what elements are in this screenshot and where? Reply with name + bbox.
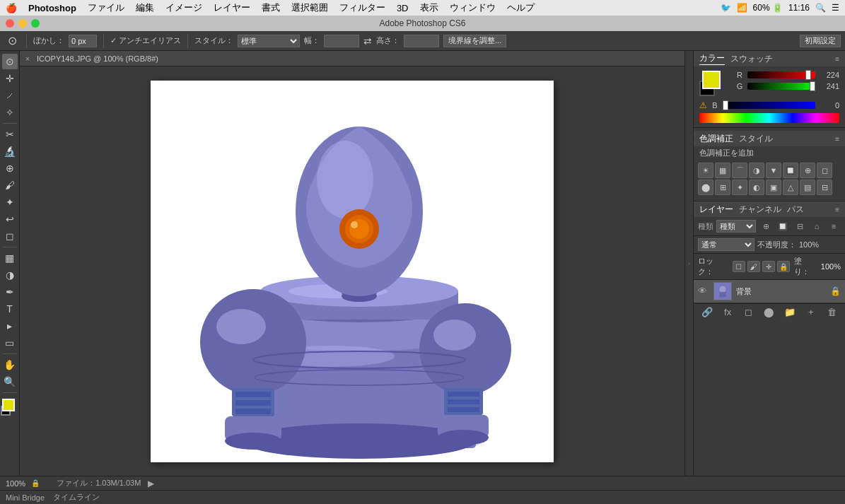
threshold-adj[interactable]: △ [783,180,798,195]
healing-brush-tool[interactable]: ⊕ [2,160,18,176]
style-tab[interactable]: スタイル [739,133,773,145]
layer-row-background[interactable]: 👁 背景 🔒 [694,280,845,303]
type-tool[interactable]: T [2,301,18,317]
search-icon[interactable]: 🔍 [815,3,826,13]
height-input[interactable] [404,35,439,47]
file-info-arrow[interactable]: ▶ [148,479,154,488]
add-style-btn[interactable]: fx [721,306,735,319]
r-thumb[interactable] [805,70,811,80]
vibrance-adj[interactable]: ▼ [766,163,781,178]
levels-adj[interactable]: ▦ [715,163,730,178]
minimize-button[interactable] [18,19,27,28]
layers-tab[interactable]: レイヤー [699,204,733,216]
reset-btn[interactable]: 初期設定 [800,35,841,47]
panel-collapse-left[interactable]: › [684,51,693,476]
maximize-button[interactable] [31,19,40,28]
g-thumb[interactable] [810,81,815,91]
b-thumb[interactable] [723,100,728,110]
brightness-adj[interactable]: ☀ [698,163,713,178]
history-brush-tool[interactable]: ↩ [2,211,18,227]
lock-pixels-btn[interactable]: 🖌 [747,261,760,272]
new-adjustment-btn[interactable]: ⬤ [762,306,776,319]
layer-filter-btn3[interactable]: ⊟ [793,220,807,233]
menu-3d[interactable]: 3D [397,3,409,13]
burn-tool[interactable]: ◑ [2,267,18,283]
clone-stamp-tool[interactable]: ✦ [2,194,18,210]
gradientmap-adj[interactable]: ▤ [800,180,815,195]
layer-filter-btn1[interactable]: ⊕ [759,220,773,233]
brush-tool[interactable]: 🖌 [2,177,18,193]
blend-mode-select[interactable]: 通常 乗算 スクリーン [698,238,754,251]
new-group-btn[interactable]: 📁 [783,306,797,319]
border-adjust-btn[interactable]: 境界線を調整... [443,35,506,47]
photofilter-adj[interactable]: ⬤ [698,180,713,195]
menu-select[interactable]: 選択範囲 [291,1,328,14]
hue-adj[interactable]: 🔲 [783,163,798,178]
menu-file[interactable]: ファイル [88,1,124,14]
foreground-swatch[interactable] [702,71,721,89]
menu-help[interactable]: ヘルプ [507,1,535,14]
hand-tool[interactable]: ✋ [2,357,18,373]
zoom-tool[interactable]: 🔍 [2,374,18,389]
timeline-tab[interactable]: タイムライン [53,492,100,503]
elliptical-marquee-tool[interactable]: ⊙ [2,54,18,69]
gradient-tool[interactable]: ▦ [2,250,18,266]
layers-panel-menu[interactable]: ≡ [835,206,839,213]
color-spectrum[interactable] [699,113,839,123]
color-selector[interactable] [0,399,20,420]
magic-wand-tool[interactable]: ✧ [2,105,18,120]
channelmixer-adj[interactable]: ⊞ [715,180,730,195]
menu-edit[interactable]: 編集 [136,1,154,14]
layer-filter-btn2[interactable]: 🔲 [776,220,790,233]
apple-menu[interactable]: 🍎 [6,3,17,13]
style-select[interactable]: 標準 比率を固定 サイズを固定 [238,35,300,47]
layer-visibility-icon[interactable]: 👁 [698,286,709,297]
lock-all-btn[interactable]: 🔒 [777,261,790,272]
curves-adj[interactable]: ⌒ [732,163,747,178]
lasso-tool[interactable]: ⟋ [2,88,18,103]
paths-tab[interactable]: パス [787,204,804,216]
menu-image[interactable]: イメージ [165,1,202,14]
menu-filter[interactable]: フィルター [339,1,385,14]
layer-filter-btn4[interactable]: ⌂ [810,220,824,233]
invert-adj[interactable]: ◐ [749,180,764,195]
channels-tab[interactable]: チャンネル [739,204,781,216]
bw-adj[interactable]: ◻ [817,163,832,178]
b-slider[interactable] [723,102,815,109]
marquee-circle-btn[interactable]: ⊙ [4,33,20,49]
swap-icon[interactable]: ⇄ [363,35,372,47]
mini-bridge-tab[interactable]: Mini Bridge [6,493,45,502]
r-slider[interactable] [747,71,815,78]
close-button[interactable] [6,19,14,28]
adj-panel-menu[interactable]: ≡ [835,135,839,143]
document-canvas[interactable] [151,81,554,462]
blur-input[interactable] [69,35,97,47]
pen-tool[interactable]: ✒ [2,284,18,300]
foreground-color[interactable] [2,399,15,411]
menu-icon[interactable]: ☰ [832,3,839,13]
g-slider[interactable] [747,83,815,90]
new-layer-btn[interactable]: + [804,306,818,319]
layer-filter-btn5[interactable]: ≡ [827,220,841,233]
menu-format[interactable]: 書式 [262,1,280,14]
layer-kind-select[interactable]: 種類 [716,220,756,233]
path-selection-tool[interactable]: ▸ [2,318,18,334]
eyedropper-tool[interactable]: 🔬 [2,143,18,159]
color-panel-menu[interactable]: ≡ [835,55,839,63]
color-tab[interactable]: カラー [699,52,725,65]
selectivecolor-adj[interactable]: ⊟ [817,180,832,195]
link-layers-btn[interactable]: 🔗 [700,306,714,319]
menu-layer[interactable]: レイヤー [214,1,250,14]
exposure-adj[interactable]: ◑ [749,163,764,178]
adj-tab[interactable]: 色調補正 [699,133,733,145]
lock-transparent-btn[interactable]: ☐ [733,261,745,272]
shape-tool[interactable]: ▭ [2,335,18,351]
move-tool[interactable]: ✛ [2,71,18,86]
delete-layer-btn[interactable]: 🗑 [824,306,839,319]
menu-view[interactable]: 表示 [420,1,438,14]
colorbalance-adj[interactable]: ⊕ [800,163,815,178]
lock-position-btn[interactable]: ✛ [762,261,775,272]
crop-tool[interactable]: ✂ [2,127,18,142]
width-input[interactable] [324,35,359,47]
add-mask-btn[interactable]: ◻ [742,306,756,319]
